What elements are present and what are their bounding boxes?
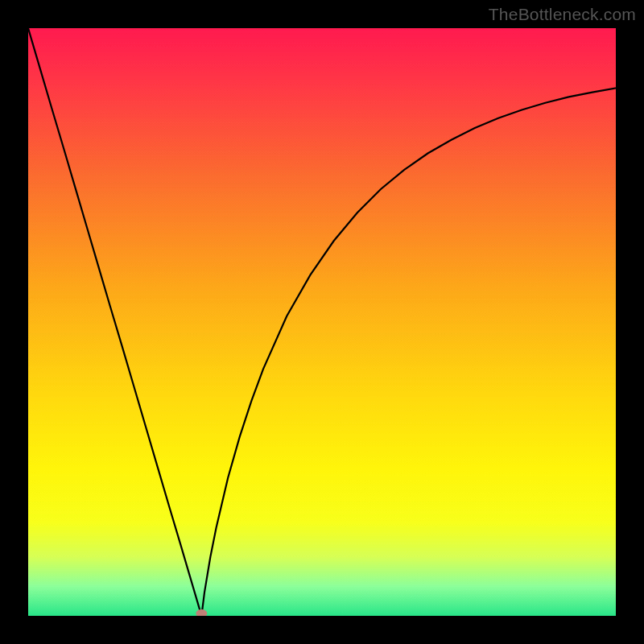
plot-area bbox=[28, 28, 616, 616]
bottleneck-curve-right bbox=[201, 88, 616, 616]
watermark-text: TheBottleneck.com bbox=[489, 5, 636, 24]
curve-layer bbox=[28, 28, 616, 616]
bottleneck-curve-left bbox=[28, 28, 201, 616]
min-point-marker bbox=[196, 609, 207, 616]
chart-frame: TheBottleneck.com bbox=[0, 0, 644, 644]
